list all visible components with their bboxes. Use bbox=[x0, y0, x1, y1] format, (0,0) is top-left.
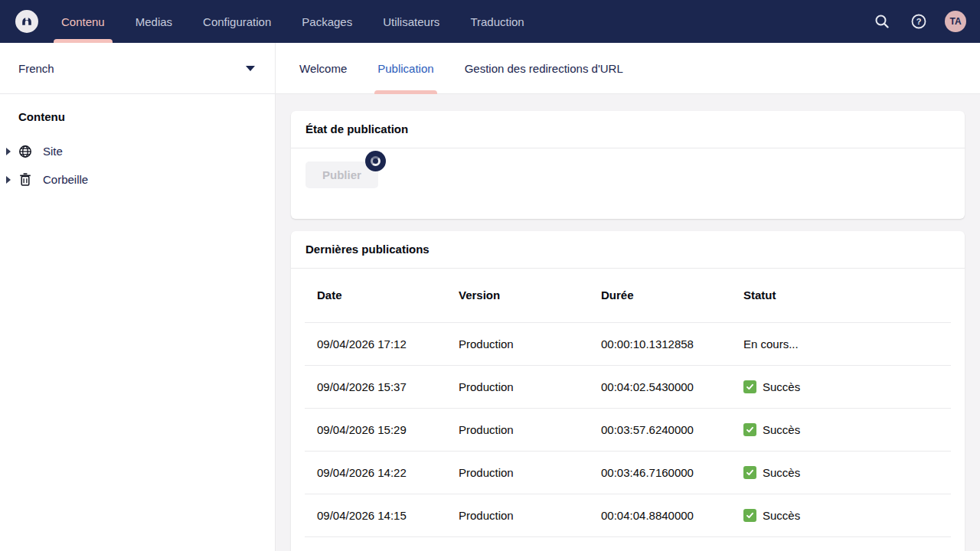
language-selector[interactable]: French bbox=[0, 43, 275, 94]
cell-duration: 00:04:04.8840000 bbox=[589, 494, 731, 536]
column-header-version: Version bbox=[446, 269, 589, 322]
help-icon: ? bbox=[910, 13, 927, 30]
globe-icon bbox=[18, 145, 32, 158]
success-check-icon bbox=[743, 380, 756, 393]
nav-item-label: Packages bbox=[302, 15, 352, 28]
status-text: En cours... bbox=[743, 337, 799, 350]
nav-item-packages[interactable]: Packages bbox=[302, 0, 352, 43]
publish-button-wrapper: Publier bbox=[305, 161, 378, 188]
publish-card-body: Publier bbox=[291, 148, 965, 219]
card-header: Dernières publications bbox=[291, 231, 965, 269]
publications-table-wrap: Date Version Durée Statut 09/04/2026 17:… bbox=[291, 269, 965, 551]
success-check-icon bbox=[743, 509, 756, 522]
publications-table: Date Version Durée Statut 09/04/2026 17:… bbox=[305, 269, 951, 551]
nav-item-label: Configuration bbox=[203, 15, 271, 28]
spinner-icon bbox=[371, 156, 381, 166]
status-text: Succès bbox=[763, 423, 800, 436]
section-menu: Contenu Medias Configuration Packages Ut… bbox=[61, 0, 524, 43]
nav-item-label: Utilisateurs bbox=[383, 15, 439, 28]
avatar-initials: TA bbox=[949, 16, 961, 27]
nav-item-configuration[interactable]: Configuration bbox=[203, 0, 271, 43]
tree-section-header: Contenu bbox=[0, 94, 275, 131]
status-text: Succès bbox=[763, 466, 800, 479]
cell-version: Production bbox=[446, 365, 589, 408]
status-badge: En cours... bbox=[743, 323, 951, 365]
publications-table-body: 09/04/2026 17:12 Production 00:00:10.131… bbox=[305, 322, 951, 551]
cell-version: Production bbox=[446, 494, 589, 536]
active-section-indicator bbox=[54, 39, 113, 43]
column-header-date: Date bbox=[305, 269, 446, 322]
cell-status: Succès bbox=[731, 451, 951, 494]
loading-badge bbox=[365, 151, 386, 171]
tree-item-corbeille[interactable]: Corbeille bbox=[0, 165, 275, 194]
tab-label: Welcome bbox=[299, 62, 347, 75]
table-header-row: Date Version Durée Statut bbox=[305, 269, 951, 322]
tab-gestion-redirections[interactable]: Gestion des redirections d'URL bbox=[465, 43, 623, 94]
table-row: 09/04/2026 14:22 Production 00:03:46.716… bbox=[305, 451, 951, 494]
umbraco-logo[interactable] bbox=[15, 10, 38, 33]
workspace: French Contenu Site bbox=[0, 43, 980, 551]
table-row: 09/04/2026 14:15 Production 00:04:04.884… bbox=[305, 494, 951, 536]
umbraco-u-icon bbox=[19, 14, 34, 29]
cell-status: Succès bbox=[731, 536, 951, 551]
cell-duration: 00:04:00.2240000 bbox=[589, 536, 731, 551]
tab-welcome[interactable]: Welcome bbox=[299, 43, 347, 94]
expand-caret-icon[interactable] bbox=[6, 148, 11, 155]
cell-duration: 00:03:57.6240000 bbox=[589, 408, 731, 451]
tab-label: Publication bbox=[377, 62, 433, 75]
expand-caret-icon[interactable] bbox=[6, 176, 11, 184]
main-panel: Welcome Publication Gestion des redirect… bbox=[276, 43, 980, 551]
cell-duration: 00:03:46.7160000 bbox=[589, 451, 731, 494]
publication-state-card: État de publication Publier bbox=[291, 111, 965, 219]
language-selector-value: French bbox=[18, 62, 54, 75]
chevron-down-icon bbox=[246, 66, 255, 71]
cell-version: Production bbox=[446, 408, 589, 451]
cell-date: 09/04/2026 15:37 bbox=[305, 365, 446, 408]
cell-date: 09/04/2026 15:29 bbox=[305, 408, 446, 451]
table-row: 09/04/2026 17:12 Production 00:00:10.131… bbox=[305, 322, 951, 365]
cell-status: Succès bbox=[731, 408, 951, 451]
cell-date: 09/04/2026 14:22 bbox=[305, 451, 446, 494]
cell-status: En cours... bbox=[731, 322, 951, 365]
status-badge: Succès bbox=[743, 409, 951, 451]
status-badge: Succès bbox=[743, 452, 951, 494]
tree-item-site[interactable]: Site bbox=[0, 137, 275, 165]
card-header: État de publication bbox=[291, 111, 965, 148]
cell-status: Succès bbox=[731, 494, 951, 536]
status-badge: Succès bbox=[743, 494, 951, 536]
nav-item-utilisateurs[interactable]: Utilisateurs bbox=[383, 0, 439, 43]
content-tree: Site Corbeille bbox=[0, 131, 275, 194]
top-navigation-bar: Contenu Medias Configuration Packages Ut… bbox=[0, 0, 980, 43]
success-check-icon bbox=[743, 423, 756, 436]
content-tabs: Welcome Publication Gestion des redirect… bbox=[276, 43, 980, 94]
tab-label: Gestion des redirections d'URL bbox=[465, 62, 623, 75]
table-row: 09/04/2026 13:48 Production 00:04:00.224… bbox=[305, 536, 951, 551]
cell-duration: 00:00:10.1312858 bbox=[589, 322, 731, 365]
user-avatar[interactable]: TA bbox=[945, 11, 966, 32]
status-text: Succès bbox=[763, 380, 800, 393]
status-badge: Succès bbox=[743, 366, 951, 408]
card-title: État de publication bbox=[305, 122, 408, 135]
column-header-status: Statut bbox=[731, 269, 951, 322]
nav-item-medias[interactable]: Medias bbox=[136, 0, 172, 43]
search-button[interactable] bbox=[871, 11, 893, 32]
trash-icon bbox=[18, 173, 32, 186]
status-badge: Succès bbox=[743, 537, 951, 551]
help-button[interactable]: ? bbox=[908, 11, 929, 32]
search-icon bbox=[874, 13, 890, 30]
nav-item-label: Medias bbox=[136, 15, 172, 28]
nav-item-traduction[interactable]: Traduction bbox=[470, 0, 524, 43]
nav-item-contenu[interactable]: Contenu bbox=[61, 0, 105, 43]
cell-date: 09/04/2026 17:12 bbox=[305, 322, 446, 365]
success-check-icon bbox=[743, 466, 756, 479]
cell-duration: 00:04:02.5430000 bbox=[589, 365, 731, 408]
topnav-right-actions: ? TA bbox=[871, 11, 966, 32]
cell-version: Production bbox=[446, 322, 589, 365]
status-text: Succès bbox=[763, 509, 800, 522]
tab-publication[interactable]: Publication bbox=[377, 43, 433, 94]
cell-date: 09/04/2026 14:15 bbox=[305, 494, 446, 536]
card-title: Dernières publications bbox=[305, 243, 430, 256]
column-header-duration: Durée bbox=[589, 269, 731, 322]
tab-content: État de publication Publier Dernières pu… bbox=[276, 94, 980, 551]
cell-version: Production bbox=[446, 536, 589, 551]
